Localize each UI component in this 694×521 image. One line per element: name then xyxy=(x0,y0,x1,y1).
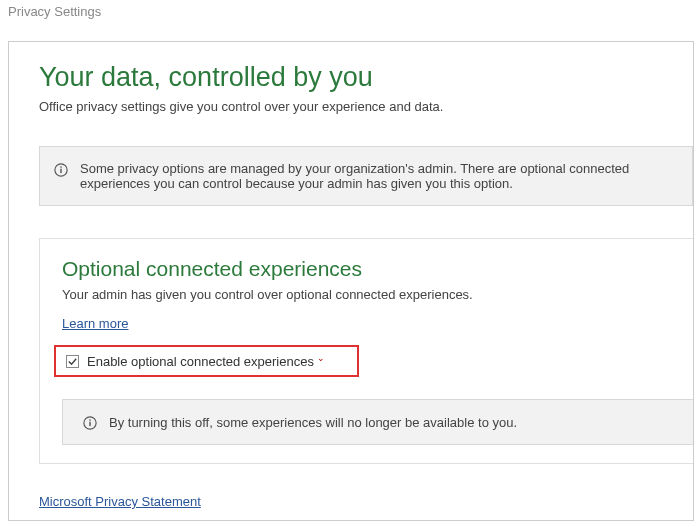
admin-notice-text: Some privacy options are managed by your… xyxy=(80,161,680,191)
checkbox-label: Enable optional connected experiences⌄ xyxy=(87,353,325,369)
svg-rect-5 xyxy=(89,420,90,421)
settings-panel: Your data, controlled by you Office priv… xyxy=(8,41,694,521)
admin-notice-box: Some privacy options are managed by your… xyxy=(39,146,693,206)
enable-optional-checkbox[interactable] xyxy=(66,355,79,368)
privacy-statement-link[interactable]: Microsoft Privacy Statement xyxy=(39,494,201,509)
optional-experiences-section: Optional connected experiences Your admi… xyxy=(39,238,693,464)
learn-more-link[interactable]: Learn more xyxy=(62,316,128,331)
warning-text: By turning this off, some experiences wi… xyxy=(109,415,517,430)
svg-rect-1 xyxy=(60,169,61,173)
section-heading: Optional connected experiences xyxy=(62,257,693,281)
checkbox-highlight: Enable optional connected experiences⌄ xyxy=(54,345,359,377)
svg-rect-2 xyxy=(60,166,61,167)
info-icon xyxy=(83,416,97,430)
page-description: Office privacy settings give you control… xyxy=(39,99,693,114)
page-title: Your data, controlled by you xyxy=(39,62,693,93)
window-title: Privacy Settings xyxy=(0,0,694,23)
warning-box: By turning this off, some experiences wi… xyxy=(62,399,693,445)
caret-icon: ⌄ xyxy=(317,353,325,363)
info-icon xyxy=(54,163,68,177)
section-description: Your admin has given you control over op… xyxy=(62,287,693,302)
svg-rect-4 xyxy=(89,422,90,426)
